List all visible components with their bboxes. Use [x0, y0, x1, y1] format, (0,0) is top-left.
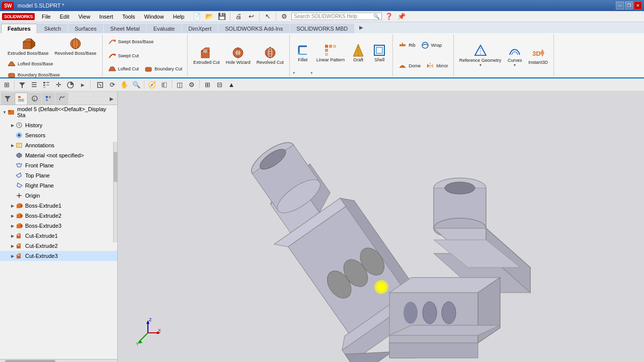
two-view-btn[interactable]: ⊟: [214, 79, 225, 90]
lp-tab-configmgr[interactable]: [42, 93, 55, 105]
lofted-boss-btn[interactable]: Lofted Boss/Base: [5, 58, 55, 69]
cut2-expand[interactable]: ▶: [10, 242, 15, 250]
minimize-btn[interactable]: ─: [616, 2, 624, 10]
boss3-expand[interactable]: ▶: [10, 222, 15, 230]
pie-btn[interactable]: [65, 79, 76, 90]
boundary-cut-btn[interactable]: Boundary Cut: [142, 63, 184, 74]
open-btn[interactable]: 📂: [204, 11, 215, 22]
display-style-btn[interactable]: ◫: [174, 79, 185, 90]
shell-btn[interactable]: Shell: [369, 42, 389, 64]
tree-root-expand[interactable]: ▼: [2, 108, 7, 116]
zoom-fit-btn[interactable]: [95, 79, 106, 90]
min-ribbon-btn[interactable]: ▲: [226, 79, 237, 90]
lp-scrollbar[interactable]: [0, 359, 117, 362]
annotations-expand[interactable]: ▶: [10, 141, 15, 149]
cut1-expand[interactable]: ▶: [10, 232, 15, 240]
curves-dd[interactable]: ▾: [514, 63, 516, 67]
close-btn[interactable]: ✕: [634, 2, 642, 10]
lofted-cut-btn[interactable]: Lofted Cut: [106, 63, 141, 74]
menu-window[interactable]: Window: [140, 13, 168, 21]
rotate-btn[interactable]: ⟳: [107, 79, 118, 90]
draft-btn[interactable]: Draft: [348, 42, 368, 64]
boss1-expand[interactable]: ▶: [10, 202, 15, 210]
reference-geometry-dd[interactable]: ▾: [479, 63, 481, 67]
print-btn[interactable]: 🖨: [233, 11, 244, 22]
view-settings-btn[interactable]: ⚙: [186, 79, 197, 90]
section-btn[interactable]: [158, 79, 170, 90]
menu-tools[interactable]: Tools: [118, 13, 139, 21]
expand-panel-btn[interactable]: ⊞: [1, 79, 12, 90]
menu-view[interactable]: View: [74, 13, 95, 21]
viewport[interactable]: Z X Y: [118, 92, 644, 362]
curves-btn[interactable]: Curves ▾: [505, 42, 525, 69]
revolved-cut-btn[interactable]: Revolved Cut: [254, 44, 286, 66]
save-btn[interactable]: 💾: [216, 11, 227, 22]
tree-item-sensors[interactable]: ▶ Sensors: [0, 130, 117, 140]
tree-item-cut-extrude3[interactable]: ▶ Cut-Extrude3: [0, 251, 117, 261]
reference-geometry-btn[interactable]: Reference Geometry ▾: [457, 42, 504, 69]
lp-scroll-thumb[interactable]: [5, 360, 55, 362]
revolved-boss-btn[interactable]: Revolved Boss/Base: [52, 35, 99, 57]
lp-tabs-more[interactable]: ▶: [107, 93, 116, 105]
undo-btn[interactable]: ↩: [246, 11, 257, 22]
history-expand[interactable]: ▶: [10, 121, 15, 129]
lp-tab-displaymgr[interactable]: [55, 93, 68, 105]
hole-wizard-btn[interactable]: Hole Wizard: [223, 44, 253, 66]
filter-btn[interactable]: [17, 79, 28, 90]
ribbon-more-btn[interactable]: ▶: [357, 21, 366, 33]
linear-pattern-btn[interactable]: Linear Pattern: [314, 42, 348, 64]
more-btn[interactable]: ▶: [77, 79, 88, 90]
tab-features[interactable]: Features: [1, 24, 37, 33]
select-btn[interactable]: ↖: [262, 11, 273, 22]
pan-btn[interactable]: ✋: [119, 79, 130, 90]
fillet-dd[interactable]: ▾: [293, 70, 295, 75]
lp-tab-featuremgr[interactable]: [15, 93, 28, 105]
tree-item-material[interactable]: ▶ Material <not specified>: [0, 150, 117, 160]
menu-edit[interactable]: Edit: [56, 13, 73, 21]
tree-item-annotations[interactable]: ▶ Annotations: [0, 140, 117, 150]
swept-boss-btn[interactable]: Swept Boss/Base: [106, 36, 156, 47]
lp-tab-filter[interactable]: [1, 93, 14, 105]
help-icon-btn[interactable]: ❓: [383, 11, 394, 22]
tab-sheet-metal[interactable]: Sheet Metal: [104, 24, 146, 33]
dome-btn[interactable]: Dome: [396, 60, 423, 71]
crosshair-btn[interactable]: ✛: [53, 79, 64, 90]
tree-item-front-plane[interactable]: ▶ Front Plane: [0, 160, 117, 170]
menu-insert[interactable]: Insert: [95, 13, 117, 21]
cut3-expand[interactable]: ▶: [10, 252, 15, 260]
search-box[interactable]: Search SOLIDWORKS Help 🔍: [291, 13, 382, 20]
tree-item-boss-extrude3[interactable]: ▶ Boss-Extrude3: [0, 221, 117, 231]
view-orient-btn[interactable]: 🧭: [146, 79, 157, 90]
tree-item-history[interactable]: ▶ History: [0, 120, 117, 130]
options-btn[interactable]: ⚙: [279, 11, 290, 22]
tree-root[interactable]: ▼ model 5 (Default<<Default>_Display Sta: [0, 105, 117, 119]
menu-help[interactable]: Help: [169, 13, 189, 21]
new-btn[interactable]: 📄: [191, 11, 202, 22]
tree-item-origin[interactable]: ▶ Origin: [0, 191, 117, 201]
extruded-boss-btn[interactable]: Extruded Boss/Base: [5, 35, 51, 57]
zoom-btn[interactable]: 🔍: [131, 79, 142, 90]
pin-btn[interactable]: 📌: [396, 11, 407, 22]
fillet-btn[interactable]: Fillet: [293, 42, 313, 64]
mirror-btn[interactable]: Mirror: [424, 60, 450, 71]
window-controls[interactable]: ─ ❐ ✕: [616, 2, 642, 10]
rib-btn[interactable]: Rib: [396, 40, 418, 51]
tab-surfaces[interactable]: Surfaces: [68, 24, 103, 33]
lp-tab-propmgr[interactable]: i: [28, 93, 41, 105]
expand-view-btn[interactable]: ⊞: [202, 79, 213, 90]
boss2-expand[interactable]: ▶: [10, 212, 15, 220]
tree-item-cut-extrude2[interactable]: ▶ Cut-Extrude2: [0, 241, 117, 251]
list-view-btn[interactable]: ☰: [29, 79, 40, 90]
tab-dimxpert[interactable]: DimXpert: [182, 24, 218, 33]
tree-item-top-plane[interactable]: ▶ Top Plane: [0, 170, 117, 180]
tree-view-btn[interactable]: [41, 79, 52, 90]
lp-vscroll-thumb[interactable]: [114, 152, 118, 182]
pattern-dd[interactable]: ▾: [310, 70, 313, 75]
tree-item-cut-extrude1[interactable]: ▶ Cut-Extrude1: [0, 231, 117, 241]
tab-evaluate[interactable]: Evaluate: [147, 24, 182, 33]
extruded-cut-btn[interactable]: Extruded Cut: [191, 44, 222, 66]
tab-mbd[interactable]: SOLIDWORKS MBD: [290, 24, 354, 33]
instant3d-btn[interactable]: 3D Instant3D: [526, 44, 550, 66]
wrap-btn[interactable]: Wrap: [419, 40, 444, 51]
tab-sketch[interactable]: Sketch: [38, 24, 68, 33]
